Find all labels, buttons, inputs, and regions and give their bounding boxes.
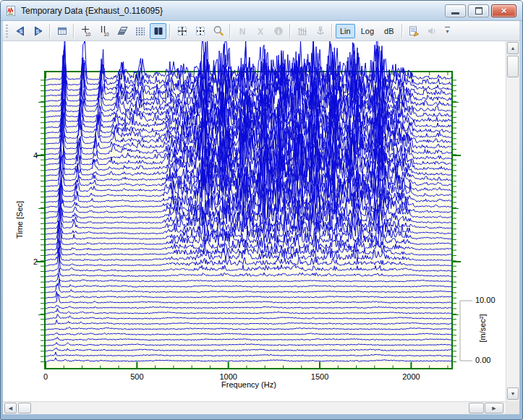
svg-text:i: i [277,27,279,35]
contour-display-button[interactable] [132,23,148,39]
toolbar-separator [289,24,291,38]
svg-text:S: S [35,28,39,33]
close-button[interactable]: × [491,4,516,17]
x-tick-label: 500 [130,372,143,381]
toolbar-separator [49,24,51,38]
minimize-button[interactable] [445,4,466,17]
band-cursor-button[interactable]: 10 [95,23,112,39]
scroll-left-button[interactable]: ◀ [4,403,17,413]
scale-units-label: [m/sec²] [478,301,487,355]
svg-text:10: 10 [103,31,109,36]
h-scroll-secondary-button[interactable] [469,403,484,413]
scroll-up-button[interactable]: ▲ [507,42,519,54]
scroll-right-button[interactable]: ▶ [485,403,503,413]
anchor-cursor-button [312,23,328,39]
lin-scale-button[interactable]: Lin [336,24,355,38]
toolbar-separator [401,24,403,38]
scroll-down-button[interactable]: ▼ [507,387,519,400]
data-table-button[interactable] [54,23,70,39]
x-tick-label: 2000 [402,372,420,381]
svg-text:X: X [257,26,263,36]
toolbar-separator [169,24,171,38]
toolbar-separator [331,24,333,38]
next-spectrum-button[interactable]: S [30,23,46,39]
svg-text:10: 10 [85,31,90,36]
x-tick-label: 0 [43,372,48,381]
y-axis-label: Time [Sec] [15,189,24,250]
scrollbar-corner [506,401,519,414]
delete-curve-button: X [252,23,268,39]
toolbar-separator [229,24,231,38]
zoom-full-extents-button[interactable] [174,23,190,39]
scale-min-label: 0.00 [475,356,490,364]
toolbar-overflow-button[interactable]: ▾ [443,23,453,39]
svg-text:S: S [19,28,22,33]
stacked-display-button[interactable] [114,23,130,39]
single-cursor-button[interactable]: 10 [77,23,94,39]
waterfall-display-button[interactable] [150,23,166,39]
prev-spectrum-button[interactable]: S [12,23,28,39]
window-title: Temporary Data {Exhaust_0.116095} [21,6,445,16]
horizontal-scrollbar[interactable]: ◀ ▶ [3,401,506,414]
toolbar-grip[interactable] [6,25,8,38]
vertical-scroll-thumb[interactable] [507,56,519,77]
app-icon [5,5,17,17]
toolbar-separator [73,24,75,38]
log-scale-button[interactable]: Log [357,24,378,38]
horizontal-scroll-thumb[interactable] [18,403,31,413]
info-button: i [270,23,286,39]
x-axis-label: Frequency (Hz) [184,380,314,389]
restore-button[interactable] [468,4,489,17]
window: Temporary Data {Exhaust_0.116095} × SS10… [0,0,523,420]
vertical-scrollbar[interactable]: ▲ ▼ [506,41,519,401]
harmonic-cursor-button [294,23,310,39]
properties-button[interactable] [406,23,422,39]
y-tick-label: 2 [33,257,38,266]
scale-bracket [460,301,472,361]
toolbar: SS1010NXiLinLogdB▾ [3,21,519,41]
play-sound-button [424,23,441,39]
zoom-tool-button[interactable] [210,23,226,39]
zoom-selection-button[interactable] [192,23,208,39]
waterfall-plot[interactable]: 050010001500200024 [3,41,506,401]
titlebar[interactable]: Temporary Data {Exhaust_0.116095} × [1,1,522,21]
svg-text:N: N [239,26,245,36]
y-tick-label: 4 [33,151,38,160]
db-scale-button[interactable]: dB [380,24,398,38]
normalize-button: N [234,23,250,39]
